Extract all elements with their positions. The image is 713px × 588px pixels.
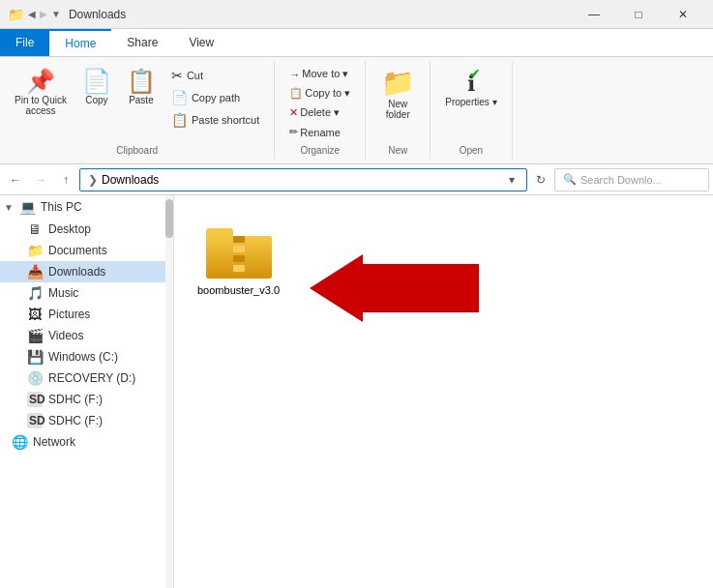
ribbon: File Home Share View 📌 Pin to Quickacces…	[0, 29, 713, 164]
delete-icon: ✕	[289, 106, 298, 119]
sidebar-item-pictures[interactable]: 🖼 Pictures	[0, 304, 173, 325]
ribbon-group-new: 📁 Newfolder New	[366, 61, 431, 160]
ribbon-group-organize: → Move to ▾ 📋 Copy to ▾ ✕ Delete ▾ ✏ Ren…	[275, 61, 366, 160]
copy-to-button[interactable]: 📋 Copy to ▾	[282, 84, 357, 103]
file-item-boombuster[interactable]: boombuster_v3.0	[190, 211, 287, 304]
address-path-bar[interactable]: ❯ Downloads ▾	[79, 168, 527, 191]
delete-label: Delete ▾	[300, 106, 340, 119]
copy-path-icon: 📄	[171, 90, 188, 105]
title-controls: — □ ✕	[572, 0, 705, 29]
sidebar-item-music[interactable]: 🎵 Music	[0, 282, 173, 304]
close-button[interactable]: ✕	[661, 0, 705, 29]
address-breadcrumb-arrow: ❯	[88, 173, 98, 187]
sidebar-item-desktop[interactable]: 🖥 Desktop	[0, 219, 173, 240]
paste-shortcut-button[interactable]: 📋 Paste shortcut	[164, 109, 266, 131]
open-group-label: Open	[460, 145, 483, 156]
move-to-label: Move to ▾	[302, 68, 348, 80]
tab-share[interactable]: Share	[111, 29, 173, 56]
down-icon-small: ▼	[51, 9, 61, 19]
ribbon-new-items: 📁 Newfolder	[373, 65, 422, 141]
copy-icon: 📄	[82, 70, 111, 93]
ribbon-organize-items: → Move to ▾ 📋 Copy to ▾ ✕ Delete ▾ ✏ Ren…	[282, 65, 357, 141]
pictures-icon: 🖼	[27, 307, 43, 322]
recovery-d-label: RECOVERY (D:)	[48, 371, 135, 385]
downloads-icon: 📥	[27, 264, 43, 279]
rename-label: Rename	[300, 127, 341, 138]
videos-icon: 🎬	[27, 328, 43, 343]
folder-icon: 📁	[8, 7, 24, 22]
documents-label: Documents	[48, 244, 107, 257]
search-box[interactable]: 🔍 Search Downlo...	[554, 168, 709, 191]
copy-to-label: Copy to ▾	[305, 87, 350, 100]
clipboard-group-label: Clipboard	[116, 145, 158, 156]
file-name-boombuster: boombuster_v3.0	[197, 284, 280, 296]
tab-home[interactable]: Home	[49, 29, 111, 56]
maximize-button[interactable]: □	[616, 0, 661, 29]
rename-button[interactable]: ✏ Rename	[282, 123, 357, 141]
minimize-button[interactable]: —	[572, 0, 616, 29]
sidebar: ▼ 💻 This PC 🖥 Desktop 📁 Documents 📥 Down…	[0, 195, 174, 588]
copy-path-button[interactable]: 📄 Copy path	[164, 87, 266, 108]
new-folder-button[interactable]: 📁 Newfolder	[373, 65, 422, 125]
svg-rect-4	[233, 246, 245, 252]
sidebar-item-windows-c[interactable]: 💾 Windows (C:)	[0, 346, 173, 368]
videos-label: Videos	[48, 329, 83, 342]
new-folder-label: Newfolder	[386, 99, 410, 120]
copy-button[interactable]: 📄 Copy	[75, 65, 118, 110]
ribbon-open-items: ℹ ✔ Properties ▾	[438, 65, 503, 141]
search-placeholder: Search Downlo...	[580, 174, 662, 186]
sidebar-item-documents[interactable]: 📁 Documents	[0, 240, 173, 261]
back-button[interactable]: ←	[4, 168, 27, 191]
music-label: Music	[48, 286, 78, 300]
organize-group-label: Organize	[300, 145, 340, 156]
sidebar-item-videos[interactable]: 🎬 Videos	[0, 325, 173, 346]
ribbon-group-clipboard: 📌 Pin to Quickaccess 📄 Copy 📋 Paste ✂	[0, 61, 275, 160]
copy-to-icon: 📋	[289, 87, 303, 100]
new-folder-icon: 📁	[381, 70, 415, 97]
sdhc-f1-label: SDHC (F:)	[48, 393, 103, 406]
ribbon-clipboard-items: 📌 Pin to Quickaccess 📄 Copy 📋 Paste ✂	[8, 65, 266, 141]
paste-icon: 📋	[127, 70, 156, 93]
paste-shortcut-icon: 📋	[171, 112, 188, 128]
svg-marker-7	[348, 267, 474, 309]
sidebar-item-downloads[interactable]: 📥 Downloads	[0, 261, 173, 282]
copy-path-label: Copy path	[192, 92, 240, 103]
ribbon-content: 📌 Pin to Quickaccess 📄 Copy 📋 Paste ✂	[0, 57, 713, 163]
windows-c-label: Windows (C:)	[48, 350, 118, 364]
back-icon-small: ◀	[28, 9, 36, 19]
title-bar-icons: 📁 ◀ ▶ ▼	[8, 7, 61, 22]
properties-button[interactable]: ℹ ✔ Properties ▾	[438, 65, 503, 112]
pin-to-quick-access-button[interactable]: 📌 Pin to Quickaccess	[8, 65, 74, 121]
new-group-label: New	[388, 145, 407, 156]
properties-label: Properties ▾	[445, 97, 496, 107]
forward-button[interactable]: →	[29, 168, 52, 191]
paste-shortcut-label: Paste shortcut	[192, 114, 259, 126]
this-pc-icon: 💻	[19, 199, 35, 215]
sdhc-f2-label: SDHC (F:)	[48, 414, 103, 427]
sidebar-item-recovery-d[interactable]: 💿 RECOVERY (D:)	[0, 368, 173, 389]
sidebar-item-network[interactable]: 🌐 Network	[0, 431, 173, 453]
svg-rect-5	[233, 255, 245, 262]
svg-rect-3	[233, 236, 245, 243]
address-dropdown-icon[interactable]: ▾	[505, 173, 519, 187]
sidebar-item-this-pc[interactable]: ▼ 💻 This PC	[0, 195, 173, 219]
desktop-icon: 🖥	[27, 221, 43, 237]
tab-view[interactable]: View	[173, 29, 229, 56]
sidebar-item-sdhc-f1[interactable]: SD SDHC (F:)	[0, 389, 173, 410]
move-to-button[interactable]: → Move to ▾	[282, 65, 357, 83]
paste-label: Paste	[129, 95, 154, 105]
paste-button[interactable]: 📋 Paste	[120, 65, 163, 110]
cut-label: Cut	[187, 70, 203, 81]
delete-button[interactable]: ✕ Delete ▾	[282, 103, 357, 122]
cut-icon: ✂	[171, 68, 183, 83]
copy-label: Copy	[85, 95, 107, 105]
properties-icon: ℹ ✔	[467, 70, 475, 97]
cut-button[interactable]: ✂ Cut	[164, 65, 266, 86]
sidebar-item-sdhc-f2[interactable]: SD SDHC (F:)	[0, 410, 173, 431]
refresh-button[interactable]: ↻	[529, 168, 552, 191]
up-button[interactable]: ↑	[54, 168, 77, 191]
tab-file[interactable]: File	[0, 29, 49, 56]
this-pc-label: This PC	[41, 200, 82, 214]
music-icon: 🎵	[27, 285, 43, 301]
rename-icon: ✏	[289, 126, 298, 138]
